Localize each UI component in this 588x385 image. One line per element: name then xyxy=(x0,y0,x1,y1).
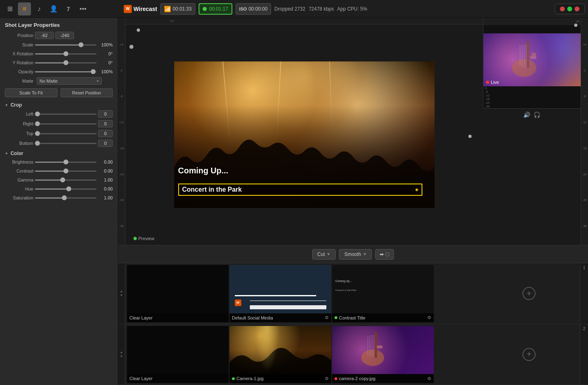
add-shot-1-button[interactable]: + xyxy=(522,287,536,300)
nav-icons-group: ⊞ ≡ ♪ 👤 7 ••• xyxy=(3,2,121,15)
crop-bottom-input[interactable] xyxy=(98,140,113,147)
ruler-mark-neg6: -6 xyxy=(118,95,125,98)
hue-slider[interactable] xyxy=(35,186,96,192)
contrast-label: Contrast xyxy=(5,168,33,173)
nav-person[interactable]: 👤 xyxy=(47,2,60,15)
layer-2-down-arrow[interactable]: ▼ xyxy=(120,355,123,358)
shot-camera1[interactable]: Camera-1.jpg ⚙ xyxy=(230,326,331,383)
smooth-arrow: ▼ xyxy=(363,252,367,256)
contrast-gear-icon[interactable]: ⚙ xyxy=(427,315,431,320)
speaker-icon[interactable]: 🔊 xyxy=(523,112,530,118)
tl-green[interactable] xyxy=(567,7,572,11)
contrast-slider[interactable] xyxy=(35,168,96,174)
add-shot-2-button[interactable]: + xyxy=(522,348,536,361)
clear-layer-1-text: Clear Layer xyxy=(129,315,153,320)
layer-2-up-arrow[interactable]: ▲ xyxy=(120,351,123,354)
scale-slider[interactable] xyxy=(35,42,96,48)
social-gear-icon[interactable]: ⚙ xyxy=(325,315,329,320)
layer-row-1: ▲ ▼ Clear Layer xyxy=(118,263,588,324)
go-circle-icon xyxy=(385,252,389,256)
shot-default-social[interactable]: W Default Social Media ⚙ xyxy=(230,265,331,322)
position-x-input[interactable] xyxy=(35,32,54,39)
camera2-label-inner: camera-2 copy.jpg xyxy=(334,376,376,381)
preview-label: Preview xyxy=(133,236,154,241)
contrast-line2: Concert in the Park xyxy=(335,289,356,291)
clear-layer-1-label: Clear Layer xyxy=(127,313,229,322)
headphone-icon[interactable]: 🎧 xyxy=(533,112,540,118)
wifi-status: 📶 00:01:33 xyxy=(160,3,195,15)
go-button[interactable]: ➡ xyxy=(375,249,394,260)
opacity-slider[interactable] xyxy=(35,68,96,75)
gamma-value: 1.00 xyxy=(98,177,113,182)
center-content: +6 0 -6 -12 -18 -24 -30 -36 +6 xyxy=(118,18,588,385)
svg-rect-7 xyxy=(531,53,536,56)
crop-left-input[interactable] xyxy=(98,110,113,118)
camera2-label: camera-2 copy.jpg ⚙ xyxy=(332,374,434,383)
panel-title: Shot Layer Properties xyxy=(0,18,118,31)
matte-select[interactable]: No Matte Alpha Luma xyxy=(37,77,102,85)
layer-2-add: + xyxy=(478,324,580,385)
guitar-svg xyxy=(483,33,577,84)
edit-icon: ✱ xyxy=(415,188,418,192)
nav-sliders[interactable]: ≡ xyxy=(18,2,31,15)
camera2-bg xyxy=(332,326,434,374)
nav-more[interactable]: ••• xyxy=(77,2,90,15)
live-ruler-neg18: -18 xyxy=(485,97,579,101)
gamma-slider[interactable] xyxy=(35,177,96,183)
crop-right-slider[interactable] xyxy=(35,120,96,127)
audio-controls-bar: 🔊 🎧 xyxy=(483,108,581,120)
camera2-gear-icon[interactable]: ⚙ xyxy=(427,376,431,381)
nav-layers[interactable]: ⊞ xyxy=(3,2,16,15)
live-preview-thumb[interactable]: Live xyxy=(483,33,581,86)
nav-number[interactable]: 7 xyxy=(62,2,75,15)
nav-audio[interactable]: ♪ xyxy=(33,2,46,15)
layer-1-down-arrow[interactable]: ▼ xyxy=(120,294,123,297)
position-y-input[interactable] xyxy=(55,32,74,39)
camera1-bg xyxy=(230,326,331,374)
iso-status: ISO 00:00:00 xyxy=(236,3,271,15)
contrast-title-dot xyxy=(334,316,337,319)
scale-row: Scale 100% xyxy=(0,40,118,49)
cut-button[interactable]: Cut ▼ xyxy=(312,249,336,260)
position-row: Position xyxy=(0,31,118,40)
title-box[interactable]: Concert in the Park ✱ xyxy=(178,184,422,196)
default-social-text: Default Social Media xyxy=(232,315,273,320)
top-bar-center: W Wirecast 📶 00:01:33 00:01:17 ISO 00:00… xyxy=(124,3,552,15)
layer-1-up-arrow[interactable]: ▲ xyxy=(120,290,123,293)
camera1-gear-icon[interactable]: ⚙ xyxy=(325,376,329,381)
crop-left-slider[interactable] xyxy=(35,111,96,117)
ruler-mark-neg24: -24 xyxy=(118,173,125,176)
shot-clear-layer-1[interactable]: Clear Layer xyxy=(127,265,229,322)
live-dot xyxy=(203,7,207,11)
x-rotation-slider[interactable] xyxy=(35,50,96,57)
svg-rect-9 xyxy=(374,332,377,358)
reset-position-button[interactable]: Reset Position xyxy=(61,88,113,97)
live-red-dot xyxy=(486,81,489,84)
traffic-lights xyxy=(555,4,585,14)
shot-camera2[interactable]: camera-2 copy.jpg ⚙ xyxy=(332,326,434,383)
preview-text: Preview xyxy=(138,236,154,241)
y-rotation-label: Y Rotation xyxy=(5,60,33,65)
camera1-label: Camera-1.jpg ⚙ xyxy=(230,374,331,383)
opacity-row: Opacity 100% xyxy=(0,67,118,76)
scale-to-fit-button[interactable]: Scale To Fit xyxy=(5,88,57,97)
saturation-slider[interactable] xyxy=(35,195,96,201)
crop-left-label: Left xyxy=(5,112,33,116)
brightness-slider[interactable] xyxy=(35,159,96,165)
tl-red-2[interactable] xyxy=(575,7,579,11)
main-preview-image[interactable]: Coming Up... Concert in the Park ✱ xyxy=(174,61,435,208)
crop-bottom-slider[interactable] xyxy=(35,140,96,147)
layer-num-1-text: 1 xyxy=(583,265,585,270)
preview-dot xyxy=(133,237,137,240)
scale-value: 100% xyxy=(98,42,113,47)
crop-top-slider[interactable] xyxy=(35,130,96,137)
crop-top-input[interactable] xyxy=(98,130,113,137)
tl-red-1[interactable] xyxy=(560,7,565,11)
y-rotation-slider[interactable] xyxy=(35,59,96,66)
shot-contrast-title[interactable]: Coming Up... Concert in the Park Contras… xyxy=(332,265,434,322)
smooth-button[interactable]: Smooth ▼ xyxy=(339,249,372,260)
shot-clear-layer-2[interactable]: Clear Layer xyxy=(127,326,229,383)
r-ruler-n30: -30 xyxy=(581,199,588,202)
crop-right-input[interactable] xyxy=(98,120,113,127)
drag-handle-tl[interactable] xyxy=(129,45,133,49)
